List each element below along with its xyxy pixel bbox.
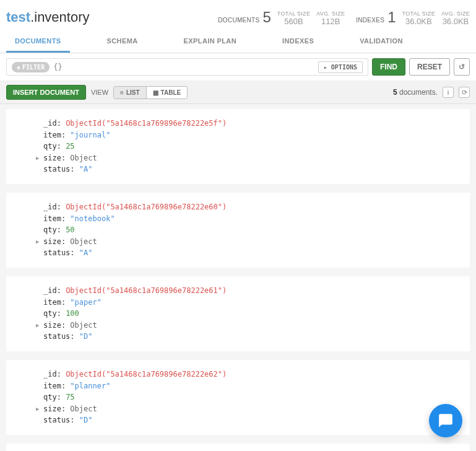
document-card[interactable]: _id: ObjectId("5a1468c1a769896e78222e60"…	[6, 193, 470, 268]
view-label: VIEW	[91, 89, 108, 96]
documents-count: 5	[262, 9, 270, 26]
tab-schema[interactable]: SCHEMA	[98, 31, 147, 53]
options-button[interactable]: ▸ OPTIONS	[318, 61, 363, 73]
field-size: Object	[70, 405, 97, 413]
filter-placeholder: {}	[53, 63, 62, 71]
chat-icon	[438, 413, 454, 429]
field-status: "D"	[79, 416, 93, 424]
reset-button[interactable]: RESET	[409, 58, 450, 76]
expand-icon[interactable]: ▶	[36, 238, 39, 247]
tab-validation[interactable]: VALIDATION	[351, 31, 412, 53]
table-icon: ▦	[153, 89, 158, 96]
documents-total-size: 560B	[284, 17, 303, 26]
expand-icon[interactable]: ▶	[36, 405, 39, 414]
documents-list: _id: ObjectId("5a1468c1a769896e78222e5f"…	[0, 104, 476, 451]
documents-stat: DOCUMENTS 5 TOTAL SIZE560B AVG. SIZE112B	[218, 9, 345, 26]
history-button[interactable]: ↺	[454, 58, 470, 76]
document-card[interactable]: _id: ObjectId("5a1468c1a769896e78222e62"…	[6, 360, 470, 435]
field-qty: 25	[66, 142, 74, 151]
field-id: ObjectId("5a1468c1a769896e78222e61")	[66, 286, 227, 295]
result-count: 5 documents.	[393, 88, 438, 97]
field-item: "planner"	[70, 382, 110, 390]
header: test.inventory DOCUMENTS 5 TOTAL SIZE560…	[0, 0, 476, 31]
documents-avg-size: 112B	[321, 17, 340, 26]
tabs: DOCUMENTS SCHEMA EXPLAIN PLAN INDEXES VA…	[0, 31, 476, 53]
view-table-button[interactable]: ▦TABLE	[146, 87, 188, 99]
indexes-total-size: 36.0KB	[405, 17, 432, 26]
indexes-avg-size: 36.0KB	[443, 17, 469, 26]
expand-icon[interactable]: ▶	[36, 322, 39, 330]
field-id: ObjectId("5a1468c1a769896e78222e60")	[66, 203, 227, 211]
insert-document-button[interactable]: INSERT DOCUMENT	[6, 85, 86, 100]
field-item: "paper"	[70, 298, 102, 307]
field-qty: 100	[66, 309, 79, 318]
field-item: "notebook"	[70, 214, 115, 223]
documents-label: DOCUMENTS	[218, 17, 259, 24]
funnel-icon: ◈	[17, 64, 20, 71]
field-status: "A"	[79, 248, 93, 257]
refresh-icon: ⟳	[462, 89, 467, 97]
refresh-button[interactable]: ⟳	[459, 87, 470, 98]
tab-indexes[interactable]: INDEXES	[274, 31, 322, 53]
field-size: Object	[70, 154, 97, 162]
db-name: test	[6, 9, 30, 25]
document-card[interactable]: _id: ObjectId("5a1468c1a769896e78222e5f"…	[6, 109, 470, 184]
field-status: "D"	[79, 332, 93, 341]
expand-icon[interactable]: ▶	[36, 154, 39, 163]
namespace-title: test.inventory	[6, 9, 90, 25]
field-id: ObjectId("5a1468c1a769896e78222e62")	[66, 370, 227, 379]
field-size: Object	[70, 321, 97, 330]
field-qty: 50	[66, 226, 74, 234]
tab-documents[interactable]: DOCUMENTS	[6, 31, 70, 53]
view-list-button[interactable]: ≡LIST	[114, 87, 146, 99]
collection-name: .inventory	[30, 9, 89, 25]
info-button[interactable]: i	[443, 87, 454, 98]
document-card[interactable]: _id: ObjectId("5a1468c1a769896e78222e63"…	[6, 444, 470, 451]
chat-fab[interactable]	[429, 404, 462, 437]
field-id: ObjectId("5a1468c1a769896e78222e5f")	[66, 119, 227, 128]
indexes-stat: INDEXES 1 TOTAL SIZE36.0KB AVG. SIZE36.0…	[356, 9, 470, 26]
stats: DOCUMENTS 5 TOTAL SIZE560B AVG. SIZE112B…	[218, 9, 470, 26]
indexes-count: 1	[387, 9, 396, 26]
field-qty: 75	[66, 393, 74, 401]
document-card[interactable]: _id: ObjectId("5a1468c1a769896e78222e61"…	[6, 276, 470, 351]
info-icon: i	[448, 89, 449, 96]
filter-bar: ◈FILTER {} ▸ OPTIONS FIND RESET ↺	[0, 53, 476, 81]
filter-pill[interactable]: ◈FILTER	[12, 62, 50, 72]
field-size: Object	[70, 237, 97, 246]
tab-explain-plan[interactable]: EXPLAIN PLAN	[175, 31, 245, 53]
view-toggle: ≡LIST ▦TABLE	[113, 86, 188, 99]
toolbar: INSERT DOCUMENT VIEW ≡LIST ▦TABLE 5 docu…	[0, 81, 476, 104]
field-item: "journal"	[70, 131, 110, 139]
indexes-label: INDEXES	[356, 17, 384, 24]
history-icon: ↺	[459, 63, 465, 71]
find-button[interactable]: FIND	[372, 58, 405, 76]
list-icon: ≡	[120, 89, 124, 96]
field-status: "A"	[79, 165, 93, 173]
filter-input[interactable]: ◈FILTER {} ▸ OPTIONS	[6, 58, 368, 76]
